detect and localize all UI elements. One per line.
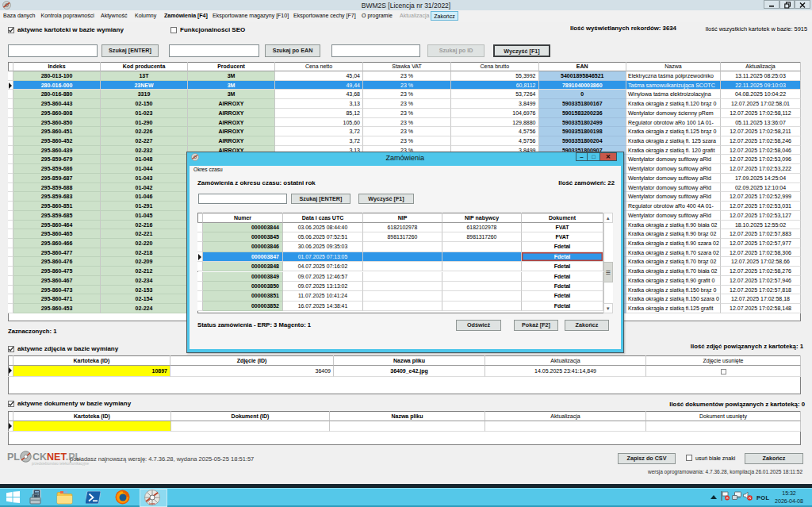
- svg-text:bwm: bwm: [149, 502, 155, 505]
